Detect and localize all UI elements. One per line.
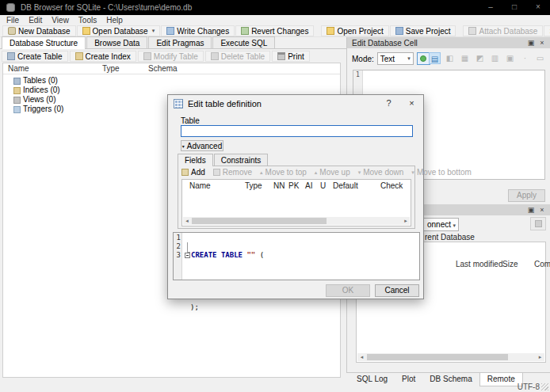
mode-select[interactable]: Text ▾ (377, 52, 414, 65)
remote-hscrollbar[interactable]: ◂ ▸ (357, 353, 544, 361)
new-database-button[interactable]: New Database (2, 25, 76, 36)
tree-item-tables[interactable]: Tables (0) (3, 76, 340, 86)
col-u[interactable]: U (320, 181, 326, 190)
open-project-icon (327, 27, 334, 35)
ok-button: OK (326, 284, 370, 297)
col-check[interactable]: Check (380, 181, 403, 190)
move-down-icon: ▾ (358, 169, 361, 176)
image-icon: ▦ (459, 52, 471, 64)
tab-edit-pragmas[interactable]: Edit Pragmas (148, 36, 212, 48)
create-index-button[interactable]: Create Index (70, 51, 136, 62)
float-panel-icon[interactable]: ▣ (525, 204, 537, 215)
revert-changes-button[interactable]: Revert Changes (235, 25, 314, 36)
export-file-icon: ▣ (504, 52, 516, 64)
cancel-button[interactable]: Cancel (375, 284, 419, 297)
minimize-button[interactable]: – (479, 0, 502, 15)
cell-mode-row: Mode: Text ▾ (352, 51, 430, 66)
structure-toolbar: Create Table Create Index Modify Table D… (2, 50, 342, 63)
tree-column-type[interactable]: Type (102, 64, 120, 73)
maximize-button[interactable]: □ (502, 0, 526, 15)
dialog-close-button[interactable]: × (400, 95, 423, 112)
menu-tools[interactable]: Tools (74, 15, 101, 25)
save-project-button[interactable]: Save Project (390, 25, 456, 36)
resize-grip-icon[interactable] (541, 383, 548, 390)
current-database-label[interactable]: rent Database (425, 233, 475, 242)
fold-marker-icon[interactable] (185, 253, 190, 258)
window-titlebar: DB Browser for SQLite - C:\Users\turne\d… (0, 0, 550, 15)
col-nn[interactable]: NN (273, 181, 285, 190)
menu-file[interactable]: File (2, 15, 24, 25)
scrollbar-thumb[interactable] (192, 218, 327, 224)
tab-browse-data[interactable]: Browse Data (86, 36, 147, 48)
tab-db-schema[interactable]: DB Schema (422, 373, 479, 386)
dialog-help-button[interactable]: ? (377, 95, 400, 112)
open-database-button[interactable]: Open Database ▾ (77, 25, 161, 36)
tab-constraints[interactable]: Constraints (214, 154, 269, 166)
col-default[interactable]: Default (333, 181, 358, 190)
column-commit[interactable]: Comm (534, 260, 550, 268)
col-ai[interactable]: AI (305, 181, 312, 190)
close-button[interactable]: × (526, 0, 550, 15)
add-field-button[interactable]: Add (181, 168, 205, 177)
col-name[interactable]: Name (189, 181, 211, 190)
fields-hscrollbar[interactable]: ◂ ▸ (183, 217, 410, 225)
edit-table-dialog: Edit table definition ? × Table ▾ Advanc… (167, 94, 424, 299)
modify-table-label: Modify Table (154, 52, 198, 61)
menu-help[interactable]: Help (101, 15, 128, 25)
advanced-label: Advanced (187, 142, 222, 150)
close-database-button[interactable]: × Close Database (544, 25, 550, 36)
print-button[interactable]: Print (272, 51, 310, 62)
tab-database-structure[interactable]: Database Structure (2, 36, 86, 49)
tree-item-label: Views (0) (23, 95, 56, 105)
chevron-down-icon[interactable]: ▾ (152, 28, 155, 34)
advanced-button[interactable]: ▾ Advanced (181, 140, 223, 151)
move-to-bottom-button: ▾ Move to bottom (411, 168, 471, 177)
close-panel-icon[interactable]: × (537, 204, 548, 215)
scrollbar-thumb[interactable] (367, 354, 508, 360)
write-changes-button[interactable]: Write Changes (161, 25, 235, 36)
mode-label: Mode: (352, 55, 374, 63)
print-icon (277, 52, 285, 60)
tab-sql-log[interactable]: SQL Log (349, 373, 395, 386)
scroll-left-icon[interactable]: ◂ (357, 353, 366, 361)
chevron-down-icon: ▾ (453, 219, 456, 231)
add-icon (181, 169, 189, 176)
sql-line-1: CREATE TABLE "" ( (185, 251, 419, 260)
attach-database-button: Attach Database (463, 25, 543, 36)
print-cell-icon[interactable]: ▭ (534, 52, 546, 64)
attach-database-icon (468, 27, 476, 35)
column-last-modified[interactable]: Last modified (456, 260, 502, 268)
create-table-button[interactable]: Create Table (2, 51, 68, 62)
tab-plot[interactable]: Plot (395, 373, 422, 386)
more-icon: · (519, 52, 531, 64)
tree-column-name[interactable]: Name (8, 64, 29, 73)
col-pk[interactable]: PK (288, 181, 299, 190)
scroll-right-icon[interactable]: ▸ (536, 353, 544, 361)
move-up-label: Move up (319, 168, 349, 177)
scroll-left-icon[interactable]: ◂ (183, 217, 191, 225)
table-name-input[interactable] (181, 125, 413, 137)
line-number: 3 (174, 251, 181, 260)
col-type[interactable]: Type (245, 181, 262, 190)
save-project-label: Save Project (406, 27, 451, 36)
word-wrap-icon[interactable]: ▤ (429, 52, 441, 64)
open-database-icon (82, 27, 90, 35)
scroll-right-icon[interactable]: ▸ (402, 217, 410, 225)
sql-line-3: ); (185, 303, 419, 312)
tab-fields[interactable]: Fields (178, 154, 213, 166)
menu-edit[interactable]: Edit (24, 15, 47, 25)
close-panel-icon[interactable]: × (537, 37, 548, 48)
float-panel-icon[interactable]: ▣ (525, 37, 537, 48)
create-table-icon (7, 52, 15, 60)
open-project-button[interactable]: Open Project (321, 25, 388, 36)
chevron-down-icon: ▾ (407, 55, 411, 62)
move-to-top-button: ▴ Move to top (260, 168, 307, 177)
sql-gutter: 1 2 3 (174, 233, 182, 280)
column-size[interactable]: Size (502, 260, 518, 268)
tab-execute-sql[interactable]: Execute SQL (212, 36, 275, 48)
tree-column-schema[interactable]: Schema (148, 64, 178, 73)
tab-remote[interactable]: Remote (479, 373, 523, 386)
menu-view[interactable]: View (47, 15, 74, 25)
move-bottom-label: Move to bottom (417, 168, 472, 177)
line-number: 2 (174, 242, 181, 251)
